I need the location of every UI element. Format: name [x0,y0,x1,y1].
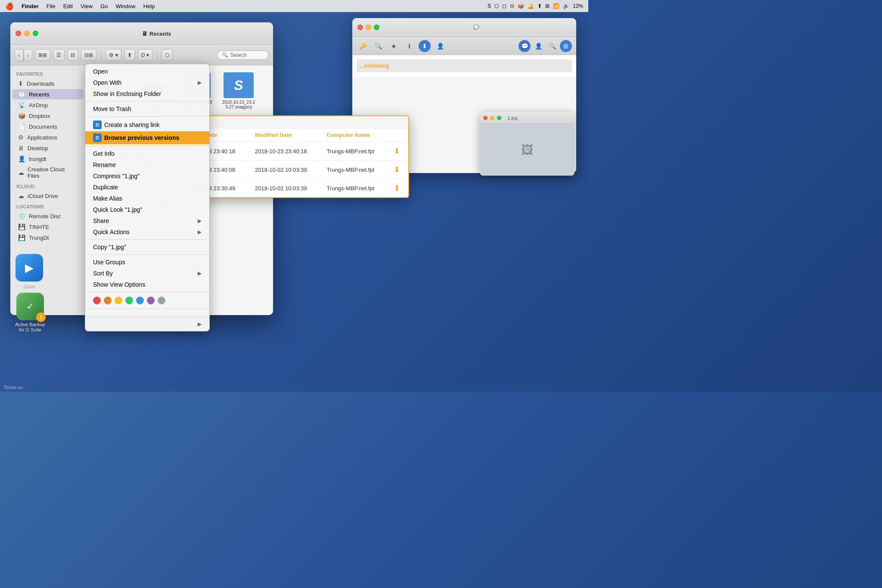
browser-minimize-button[interactable] [366,25,371,30]
row3-download[interactable]: ⬇ [388,179,408,198]
browser-profile-icon[interactable]: 👤 [532,40,544,52]
search-box[interactable]: 🔍 Search [217,50,269,60]
list-view-button[interactable]: ☰ [53,49,65,61]
browser-maximize-button[interactable] [374,25,379,30]
locations-label: Locations [10,201,85,210]
action-button[interactable]: ⚙ ▾ [106,49,121,61]
cm-services[interactable]: ▶ [85,319,209,329]
nav-buttons: ‹ › [15,49,32,61]
cm-sep8 [85,317,209,317]
cm-open[interactable]: Open [85,66,209,77]
drive-icon-box: ▶ [16,254,43,282]
browser-key-icon[interactable]: 🔑 [357,40,369,52]
cm-browse-versions-label: Browse previous versions [104,134,179,141]
cm-copy[interactable]: Copy "1.jpg" [85,241,209,253]
cm-sharing-link[interactable]: D Create a sharing link [85,118,209,131]
minimize-button[interactable] [24,31,30,36]
menubar-window[interactable]: Window [115,3,135,9]
dropbox-button[interactable]: D ▾ [138,49,152,61]
sidebar-item-dropbox[interactable]: 📦 Dropbox [12,111,84,121]
browser-download-icon[interactable]: ⬇ [419,40,431,52]
cm-share[interactable]: Share ▶ [85,215,209,226]
documents-icon: 📄 [18,123,25,130]
cm-use-groups[interactable]: Use Groups [85,257,209,268]
cm-quick-look[interactable]: Quick Look "1.jpg" [85,204,209,215]
cm-show-view-options[interactable]: Show View Options [85,279,209,290]
sidebar-item-airdrop[interactable]: 📡 AirDrop [12,100,84,110]
menubar-edit[interactable]: Edit [63,3,73,9]
cm-move-trash[interactable]: Move to Trash [85,103,209,115]
browser-info-icon[interactable]: ℹ [403,40,415,52]
menubar-finder[interactable]: Finder [22,3,39,9]
menubar-view[interactable]: View [81,3,93,9]
cm-quick-actions[interactable]: Quick Actions ▶ [85,226,209,238]
icon-view-button[interactable]: ⊞⊞ [35,49,50,61]
cm-sep1 [85,101,209,102]
dialog-maximize[interactable] [497,116,501,120]
sidebar-item-recents[interactable]: 🕐 Recents [12,89,84,99]
sidebar-item-remote-disc[interactable]: 💿 Remote Disc [12,211,84,221]
browser-messages-icon[interactable]: 💬 [519,40,531,52]
tag-yellow[interactable] [115,297,122,304]
close-button[interactable] [16,31,21,36]
cm-browse-versions[interactable]: D Browse previous versions [85,131,209,144]
back-button[interactable]: ‹ [15,49,24,61]
desktop-icon-backup[interactable]: ✓ ! Active Backup for G Suite [13,293,47,332]
browser-search2-icon[interactable]: 🔍 [546,40,558,52]
col-computer: Computer Name [321,128,388,142]
file-item-snag2[interactable]: S 2018-10-23_23-25-27.snagproj [219,70,258,118]
sidebar-item-tinhte[interactable]: 💾 TINHTE [12,222,84,232]
sidebar-item-user[interactable]: 👤 trungdt [12,154,84,164]
trungdt-label: TrungDt [29,235,49,241]
cm-make-alias[interactable]: Make Alias [85,193,209,204]
cm-quick-look-label: Quick Look "1.jpg" [93,206,142,213]
cm-show-enclosing[interactable]: Show in Enclosing Folder [85,88,209,99]
browser-user-icon[interactable]: 👤 [434,40,446,52]
tag-red[interactable] [93,297,101,304]
row1-download[interactable]: ⬇ [388,142,408,161]
browser-grid-icon[interactable]: ⊞ [560,40,572,52]
column-view-button[interactable]: ⊟ [67,49,78,61]
cm-duplicate[interactable]: Duplicate [85,182,209,193]
menubar-go[interactable]: Go [100,3,108,9]
tag-green[interactable] [125,297,133,304]
tag-gray[interactable] [158,297,165,304]
cm-rename-label: Rename [93,161,116,168]
tag-blue[interactable] [136,297,144,304]
cm-open-with[interactable]: Open With ▶ [85,77,209,88]
cm-get-info[interactable]: Get Info [85,148,209,159]
row2-download[interactable]: ⬇ [388,161,408,179]
cm-sort-by[interactable]: Sort By ▶ [85,268,209,279]
share-button[interactable]: ⬆ [124,49,135,61]
remote-disc-label: Remote Disc [29,213,61,220]
forward-button[interactable]: › [24,49,33,61]
cm-sep4 [85,239,209,240]
sidebar-item-icloud-drive[interactable]: ☁ iCloud Drive [12,191,84,201]
desktop-icon-drive[interactable]: ▶ Drive [16,254,43,288]
cm-compress[interactable]: Compress "1.jpg" [85,170,209,182]
cm-duplicate-label: Duplicate [93,184,118,191]
dialog-close[interactable] [483,116,488,120]
browser-search-icon[interactable]: 🔍 [372,40,384,52]
sidebar-item-trungdt[interactable]: 💾 TrungDt [12,232,84,243]
dialog-minimize[interactable] [490,116,494,120]
search-placeholder: Search [230,52,247,58]
tag-button[interactable]: ⬡ [161,49,173,61]
sidebar-item-desktop[interactable]: 🖥 Desktop [12,143,84,153]
menubar-file[interactable]: File [47,3,56,9]
browser-star-icon[interactable]: ★ [388,40,400,52]
apple-menu[interactable]: 🍎 [5,2,14,10]
menubar-help[interactable]: Help [143,3,155,9]
tag-purple[interactable] [147,297,155,304]
cm-sharing-link-label: Create a sharing link [104,121,159,128]
sidebar-item-applications[interactable]: ⚙ Applications [12,132,84,142]
sidebar-item-downloads[interactable]: ⬇ Downloads [12,78,84,89]
tag-orange[interactable] [104,297,112,304]
cm-rename[interactable]: Rename [85,159,209,170]
sidebar-item-creative-cloud[interactable]: ☁ Creative Cloud Files [12,164,84,181]
cm-tags[interactable] [85,311,209,315]
browser-close-button[interactable] [357,25,363,30]
fullscreen-button[interactable] [33,31,38,36]
sidebar-item-documents[interactable]: 📄 Documents [12,121,84,132]
gallery-view-button[interactable]: ⊟⊞ [81,49,96,61]
